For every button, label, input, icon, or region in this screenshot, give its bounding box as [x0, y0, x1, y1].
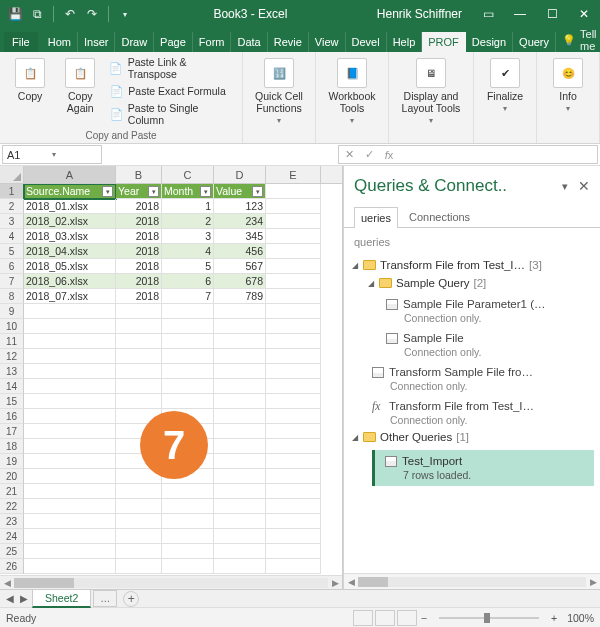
query-item[interactable]: fxTransform File from Test_I… Connection… — [350, 394, 594, 428]
collapse-icon[interactable]: ◢ — [350, 433, 359, 442]
cell[interactable]: 6 — [162, 274, 214, 289]
cell[interactable] — [266, 289, 321, 304]
cell[interactable] — [266, 334, 321, 349]
cell[interactable] — [162, 484, 214, 499]
zoom-in-button[interactable]: + — [547, 612, 561, 624]
cell[interactable] — [162, 394, 214, 409]
column-header[interactable]: A — [24, 166, 116, 183]
cell[interactable] — [162, 304, 214, 319]
query-item[interactable]: Sample File Parameter1 (… Connection onl… — [350, 292, 594, 326]
column-header[interactable]: E — [266, 166, 321, 183]
tab-developer[interactable]: Devel — [346, 32, 387, 52]
query-item-selected[interactable]: Test_Import 7 rows loaded. — [372, 450, 594, 486]
cell[interactable] — [116, 484, 162, 499]
column-header[interactable]: C — [162, 166, 214, 183]
copy-again-button[interactable]: 📋 Copy Again — [58, 56, 102, 114]
cell[interactable] — [162, 529, 214, 544]
row-header[interactable]: 9 — [0, 304, 24, 319]
cell[interactable]: 5 — [162, 259, 214, 274]
cell[interactable] — [116, 334, 162, 349]
cell[interactable] — [266, 469, 321, 484]
cell[interactable] — [24, 409, 116, 424]
display-tools-button[interactable]: 🖥 Display and Layout Tools▾ — [397, 56, 465, 125]
cell[interactable] — [24, 379, 116, 394]
cell[interactable] — [266, 499, 321, 514]
cell[interactable] — [214, 364, 266, 379]
formula-bar[interactable]: ✕ ✓ fx — [338, 145, 598, 164]
cell[interactable] — [214, 304, 266, 319]
cell[interactable] — [162, 349, 214, 364]
cell[interactable] — [214, 559, 266, 574]
cell[interactable] — [214, 394, 266, 409]
cell[interactable]: 789 — [214, 289, 266, 304]
pane-close-icon[interactable]: ✕ — [578, 178, 590, 194]
cell[interactable] — [24, 514, 116, 529]
paste-single-button[interactable]: 📄Paste to Single Column — [108, 104, 234, 124]
cell[interactable] — [24, 469, 116, 484]
column-header[interactable]: D — [214, 166, 266, 183]
cell[interactable]: 2018_05.xlsx — [24, 259, 116, 274]
cell[interactable] — [116, 529, 162, 544]
row-header[interactable]: 5 — [0, 244, 24, 259]
user-name[interactable]: Henrik Schiffner — [367, 7, 472, 21]
tab-prof[interactable]: PROF — [422, 32, 466, 52]
cell[interactable] — [162, 499, 214, 514]
cell[interactable] — [214, 409, 266, 424]
cell[interactable]: 123 — [214, 199, 266, 214]
row-header[interactable]: 10 — [0, 319, 24, 334]
cell[interactable] — [116, 559, 162, 574]
redo-icon[interactable]: ↷ — [83, 5, 101, 23]
cell[interactable] — [214, 514, 266, 529]
cell[interactable] — [214, 349, 266, 364]
row-header[interactable]: 15 — [0, 394, 24, 409]
cell[interactable] — [24, 484, 116, 499]
cell[interactable] — [266, 199, 321, 214]
qat-down-icon[interactable]: ▾ — [116, 5, 134, 23]
tab-design[interactable]: Design — [466, 32, 513, 52]
cell[interactable] — [162, 544, 214, 559]
cell[interactable] — [214, 334, 266, 349]
cell[interactable]: 345 — [214, 229, 266, 244]
minimize-icon[interactable]: — — [504, 0, 536, 28]
row-header[interactable]: 20 — [0, 469, 24, 484]
cell[interactable] — [266, 349, 321, 364]
table-header-cell[interactable]: Value▾ — [214, 184, 266, 199]
table-header-cell[interactable]: Month▾ — [162, 184, 214, 199]
cell[interactable] — [162, 364, 214, 379]
cell[interactable] — [162, 334, 214, 349]
cell[interactable] — [214, 529, 266, 544]
cell[interactable] — [24, 394, 116, 409]
cell[interactable] — [24, 454, 116, 469]
scroll-left-icon[interactable]: ◀ — [344, 577, 358, 587]
paste-link-button[interactable]: 📄Paste Link & Transpose — [108, 58, 234, 78]
tab-insert[interactable]: Inser — [78, 32, 115, 52]
tree-group-other[interactable]: ◢ Other Queries [1] — [350, 431, 594, 443]
cell[interactable] — [116, 304, 162, 319]
tree-group-sample[interactable]: ◢ Sample Query [2] — [366, 277, 594, 289]
name-box[interactable]: A1▾ — [2, 145, 102, 164]
cell[interactable] — [214, 499, 266, 514]
enter-icon[interactable]: ✓ — [359, 148, 379, 161]
cell[interactable] — [214, 544, 266, 559]
copy-button[interactable]: 📋 Copy — [8, 56, 52, 102]
cell[interactable] — [116, 394, 162, 409]
tab-data[interactable]: Data — [231, 32, 267, 52]
view-break-icon[interactable] — [397, 610, 417, 626]
tree-group-transform[interactable]: ◢ Transform File from Test_I… [3] — [350, 259, 594, 271]
cell[interactable] — [266, 319, 321, 334]
tab-view[interactable]: View — [309, 32, 346, 52]
row-header[interactable]: 7 — [0, 274, 24, 289]
cell[interactable] — [214, 379, 266, 394]
cell[interactable] — [24, 529, 116, 544]
row-header[interactable]: 23 — [0, 514, 24, 529]
share-icon[interactable]: ↗ — [597, 31, 600, 52]
cell[interactable]: 2018_03.xlsx — [24, 229, 116, 244]
cell[interactable] — [266, 529, 321, 544]
quick-functions-button[interactable]: 🔢 Quick Cell Functions▾ — [251, 56, 307, 125]
row-header[interactable]: 25 — [0, 544, 24, 559]
cell[interactable] — [116, 364, 162, 379]
filter-icon[interactable]: ▾ — [252, 186, 263, 197]
cell[interactable] — [116, 379, 162, 394]
cell[interactable] — [266, 304, 321, 319]
scroll-right-icon[interactable]: ▶ — [328, 578, 342, 588]
